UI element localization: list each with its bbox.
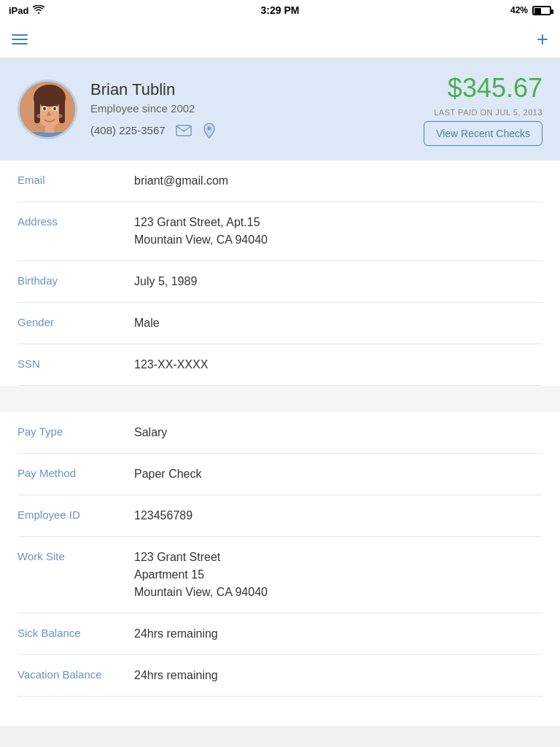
personal-info-section: Emailbriant@gmail.comAddress123 Grant St…	[0, 160, 560, 386]
field-label: Birthday	[18, 273, 134, 287]
field-label: Pay Method	[18, 465, 134, 479]
field-label: Email	[18, 172, 134, 186]
status-time: 3:29 PM	[261, 4, 300, 16]
pay-info-section: Pay TypeSalaryPay MethodPaper CheckEmplo…	[0, 412, 560, 697]
field-value: briant@gmail.com	[134, 172, 228, 190]
location-icon[interactable]	[203, 122, 221, 139]
field-label: Pay Type	[18, 424, 134, 438]
svg-point-9	[53, 107, 56, 110]
field-row: Sick Balance24hrs remaining	[18, 614, 542, 655]
ipad-label: iPad	[9, 5, 28, 16]
nav-bar: +	[0, 20, 560, 58]
email-icon[interactable]	[176, 122, 193, 139]
status-left: iPad	[9, 5, 44, 16]
field-row: Vacation Balance24hrs remaining	[18, 655, 542, 697]
svg-rect-13	[176, 125, 191, 136]
profile-left: Brian Tublin Employee since 2002 (408) 2…	[18, 80, 221, 139]
svg-point-14	[207, 126, 211, 130]
field-row: SSN123-XX-XXXX	[18, 344, 542, 386]
field-value: 24hrs remaining	[134, 667, 218, 684]
profile-header: Brian Tublin Employee since 2002 (408) 2…	[0, 58, 560, 160]
field-label: Address	[18, 214, 134, 228]
field-row: Address123 Grant Street, Apt.15 Mountain…	[18, 202, 542, 261]
svg-point-5	[34, 86, 65, 107]
field-label: Gender	[18, 314, 134, 328]
field-value: 123 Grant Street Apartment 15 Mountain V…	[134, 549, 268, 601]
status-right: 42%	[510, 5, 551, 15]
svg-point-8	[43, 107, 46, 110]
field-value: Paper Check	[134, 465, 202, 483]
field-row: Work Site123 Grant Street Apartment 15 M…	[18, 537, 542, 614]
field-row: Emailbriant@gmail.com	[18, 160, 542, 202]
view-recent-checks-button[interactable]: View Recent Checks	[424, 121, 542, 146]
battery-icon	[532, 6, 551, 15]
field-label: Employee ID	[18, 507, 134, 521]
field-row: Pay TypeSalary	[18, 412, 542, 454]
employee-name: Brian Tublin	[90, 80, 221, 99]
field-label: Vacation Balance	[18, 667, 134, 681]
battery-percent: 42%	[510, 5, 528, 15]
last-paid-label: LAST PAID ON JUL 5, 2013	[434, 108, 542, 117]
field-value: 24hrs remaining	[134, 625, 218, 643]
content-area: Emailbriant@gmail.comAddress123 Grant St…	[0, 160, 560, 726]
employee-since: Employee since 2002	[90, 102, 221, 115]
field-row: BirthdayJuly 5, 1989	[18, 261, 542, 303]
field-value: 123-XX-XXXX	[134, 356, 208, 374]
field-value: July 5, 1989	[134, 273, 197, 290]
field-value: Salary	[134, 424, 167, 441]
svg-point-10	[36, 114, 44, 118]
profile-right: $345.67 LAST PAID ON JUL 5, 2013 View Re…	[424, 73, 542, 146]
field-label: Work Site	[18, 549, 134, 562]
profile-info: Brian Tublin Employee since 2002 (408) 2…	[90, 80, 221, 139]
wifi-icon	[33, 5, 44, 16]
add-button[interactable]: +	[537, 29, 548, 50]
field-row: Pay MethodPaper Check	[18, 454, 542, 495]
field-label: SSN	[18, 356, 134, 370]
avatar	[18, 80, 77, 139]
phone-number: (408) 225-3567	[90, 124, 166, 136]
field-row: GenderMale	[18, 303, 542, 344]
status-bar: iPad 3:29 PM 42%	[0, 0, 560, 20]
field-value: 123456789	[134, 507, 192, 525]
pay-amount: $345.67	[448, 73, 542, 104]
field-value: Male	[134, 314, 160, 332]
svg-point-11	[55, 114, 63, 118]
field-label: Sick Balance	[18, 625, 134, 639]
field-row: Employee ID123456789	[18, 495, 542, 537]
field-value: 123 Grant Street, Apt.15 Mountain View, …	[134, 214, 268, 249]
profile-contact: (408) 225-3567	[90, 122, 221, 139]
section-divider	[0, 386, 560, 412]
menu-button[interactable]	[12, 34, 28, 44]
